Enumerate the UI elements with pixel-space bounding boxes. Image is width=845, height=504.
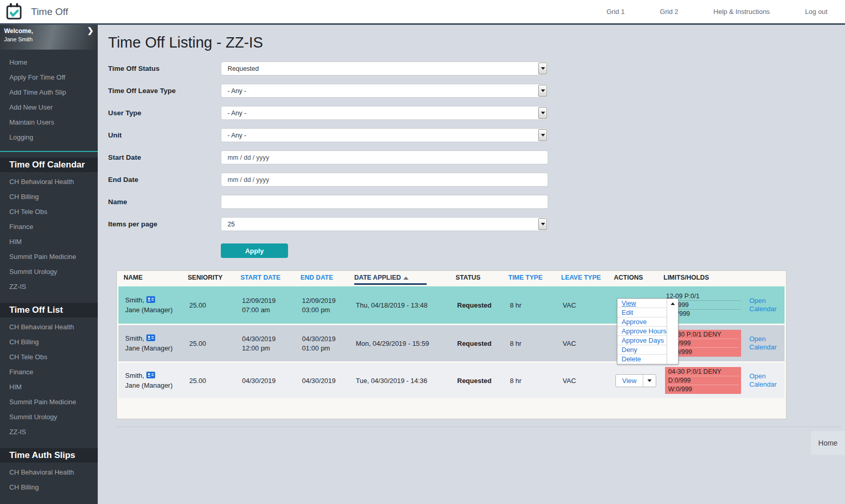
time-off-leave-type-select[interactable]: - Any -: [221, 84, 548, 98]
sorted-column-underline: [354, 283, 427, 285]
time-type-cell: 8 hr: [503, 377, 556, 385]
col-leave-type[interactable]: LEAVE TYPE: [554, 271, 607, 285]
action-approve-days[interactable]: Approve Days: [617, 336, 667, 345]
chevron-down-icon[interactable]: [538, 129, 547, 141]
sidebar-divider: [0, 151, 98, 152]
list-him[interactable]: HIM: [0, 379, 98, 394]
list-ch-billing[interactable]: CH Billing: [0, 334, 98, 349]
sort-asc-icon: [403, 277, 409, 280]
time-off-leave-type-label: Time Off Leave Type: [108, 87, 221, 95]
sidebar-item-maintain-users[interactable]: Maintain Users: [0, 115, 98, 130]
unit-select[interactable]: - Any -: [221, 128, 548, 142]
end-date-cell: 04/30/201901:00 pm: [295, 335, 349, 352]
chevron-up-icon[interactable]: [667, 298, 678, 364]
action-approve-hours[interactable]: Approve Hours: [617, 327, 667, 336]
col-time-type[interactable]: TIME TYPE: [502, 271, 554, 285]
list-zz-is[interactable]: ZZ-IS: [0, 424, 98, 439]
section-title: Time Off List: [0, 303, 98, 317]
slips-ch-behavioral-health[interactable]: CH Behavioral Health: [0, 465, 98, 480]
date-applied-cell: Tue, 04/30/2019 - 14:36: [349, 377, 450, 385]
section-time-auth-slips: Time Auth Slips CH Behavioral Health CH …: [0, 448, 98, 498]
items-per-page-select[interactable]: 25: [221, 217, 548, 231]
sidebar-item-add-new-user[interactable]: Add New User: [0, 100, 98, 115]
sidebar-item-logging[interactable]: Logging: [0, 130, 98, 145]
col-date-applied[interactable]: DATE APPLIED: [348, 271, 449, 285]
calendar-summit-urology[interactable]: Summit Urology: [0, 264, 98, 279]
open-calendar-link[interactable]: Open Calendar: [749, 335, 782, 352]
col-status: STATUS: [449, 271, 502, 285]
nav-grid-1[interactable]: Grid 1: [589, 8, 642, 16]
sidebar-item-apply-for-time-off[interactable]: Apply For Time Off: [0, 70, 98, 85]
end-date-cell: 04/30/2019: [295, 377, 349, 385]
chevron-down-icon[interactable]: [538, 107, 547, 119]
calendar-check-logo-icon: [6, 3, 23, 21]
contact-card-icon[interactable]: [146, 334, 155, 343]
list-summit-pain-medicine[interactable]: Summit Pain Medicine: [0, 394, 98, 409]
calendar-zz-is[interactable]: ZZ-IS: [0, 279, 98, 294]
start-date-cell: 04/30/2019: [235, 377, 295, 385]
time-off-table: NAME SENIORITY START DATE END DATE DATE …: [116, 270, 787, 419]
table-header-row: NAME SENIORITY START DATE END DATE DATE …: [117, 271, 786, 285]
end-date-input[interactable]: [221, 173, 548, 187]
calendar-ch-tele-obs[interactable]: CH Tele Obs: [0, 204, 98, 219]
action-edit[interactable]: Edit: [617, 308, 667, 317]
section-time-off-calendar: Time Off Calendar CH Behavioral Health C…: [0, 158, 98, 297]
calendar-finance[interactable]: Finance: [0, 219, 98, 234]
calendar-him[interactable]: HIM: [0, 234, 98, 249]
page-title: Time Off Listing - ZZ-IS: [108, 34, 845, 51]
col-start-date[interactable]: START DATE: [234, 271, 294, 285]
calendar-summit-pain-medicine[interactable]: Summit Pain Medicine: [0, 249, 98, 264]
chevron-down-icon[interactable]: [643, 375, 656, 387]
name-input[interactable]: [221, 195, 548, 209]
start-date-label: Start Date: [108, 154, 221, 161]
contact-card-icon[interactable]: [146, 372, 155, 380]
list-summit-urology[interactable]: Summit Urology: [0, 409, 98, 424]
chevron-down-icon[interactable]: [538, 85, 547, 97]
nav-grid-2[interactable]: Grid 2: [642, 8, 696, 16]
filters-form: Time Off Status Requested Time Off Leave…: [108, 62, 845, 258]
action-approve[interactable]: Approve: [617, 317, 667, 327]
sidebar-item-home[interactable]: Home: [0, 55, 98, 70]
sidebar-main-menu: Home Apply For Time Off Add Time Auth Sl…: [0, 50, 98, 151]
sidebar: Welcome, Jane Smith ❯ Home Apply For Tim…: [0, 25, 98, 504]
section-time-off-list: Time Off List CH Behavioral Health CH Bi…: [0, 303, 98, 442]
action-view[interactable]: View: [617, 299, 667, 308]
seniority-cell: 25.00: [183, 377, 235, 385]
open-calendar-link[interactable]: Open Calendar: [749, 297, 782, 313]
welcome-user-name: Jane Smith: [4, 36, 94, 42]
limits-holds-cell: 04-30 P:0/1 DENY D:0/999 W:0/999: [658, 367, 743, 394]
calendar-ch-billing[interactable]: CH Billing: [0, 189, 98, 204]
list-ch-behavioral-health[interactable]: CH Behavioral Health: [0, 319, 98, 334]
chevron-down-icon[interactable]: [538, 218, 547, 230]
table-row[interactable]: Smith, Jane (Manager) 25.00 04/30/2019 0…: [118, 363, 784, 398]
start-date-input[interactable]: [221, 150, 548, 164]
leave-type-cell: VAC: [556, 301, 609, 309]
slips-ch-billing[interactable]: CH Billing: [0, 480, 98, 495]
section-title: Time Auth Slips: [0, 448, 98, 463]
actions-cell: View: [609, 374, 658, 387]
sidebar-item-add-time-auth-slip[interactable]: Add Time Auth Slip: [0, 85, 98, 100]
table-row[interactable]: Smith, Jane (Manager) 25.00 04/30/201912…: [118, 325, 784, 361]
leave-type-cell: VAC: [556, 377, 609, 385]
sidebar-collapse-chevron-icon[interactable]: ❯: [87, 26, 94, 35]
table-row[interactable]: Smith, Jane (Manager) 25.00 12/09/201907…: [118, 286, 784, 324]
time-off-status-select[interactable]: Requested: [221, 62, 548, 75]
chevron-down-icon[interactable]: [538, 63, 547, 74]
date-applied-cell: Thu, 04/18/2019 - 13:48: [349, 301, 450, 309]
nav-help-instructions[interactable]: Help & Instructions: [696, 8, 788, 16]
nav-log-out[interactable]: Log out: [788, 8, 845, 16]
view-actions-button[interactable]: View: [615, 374, 656, 387]
open-calendar-link[interactable]: Open Calendar: [749, 372, 782, 389]
list-finance[interactable]: Finance: [0, 364, 98, 379]
action-delete[interactable]: Delete: [617, 355, 667, 364]
name-cell: Smith, Jane (Manager): [118, 372, 183, 389]
contact-card-icon[interactable]: [146, 296, 155, 304]
user-type-select[interactable]: - Any -: [221, 106, 548, 120]
deny-limit-badge: 04-30 P:0/1 DENY D:0/999 W:0/999: [665, 367, 741, 394]
home-button[interactable]: Home: [811, 431, 845, 455]
calendar-ch-behavioral-health[interactable]: CH Behavioral Health: [0, 174, 98, 189]
col-end-date[interactable]: END DATE: [294, 271, 348, 285]
apply-button[interactable]: Apply: [221, 243, 288, 258]
list-ch-tele-obs[interactable]: CH Tele Obs: [0, 349, 98, 364]
action-deny[interactable]: Deny: [617, 345, 667, 355]
